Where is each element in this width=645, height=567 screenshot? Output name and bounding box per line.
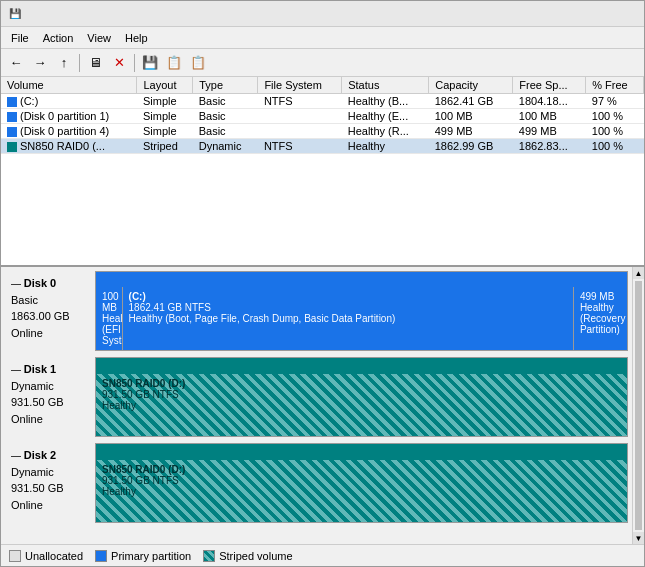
disk-header-1: [96, 358, 627, 374]
close-button[interactable]: [622, 6, 638, 22]
cell-free: 100 MB: [513, 109, 586, 124]
disk-body-1: SN850 RAID0 (D:) 931.50 GB NTFS Healthy: [96, 374, 627, 436]
cell-type: Dynamic: [193, 139, 258, 154]
cell-capacity: 499 MB: [429, 124, 513, 139]
cell-status: Healthy: [342, 139, 429, 154]
disk-row-0: — Disk 0 Basic 1863.00 GB Online 100 MB …: [5, 271, 628, 351]
back-button[interactable]: ←: [5, 52, 27, 74]
cell-type: Basic: [193, 94, 258, 109]
table-row[interactable]: (Disk 0 partition 4) Simple Basic Health…: [1, 124, 644, 139]
col-layout: Layout: [137, 77, 193, 94]
part-size: 1862.41 GB NTFS: [129, 302, 567, 313]
cell-capacity: 1862.41 GB: [429, 94, 513, 109]
cell-volume: (C:): [1, 94, 137, 109]
col-type: Type: [193, 77, 258, 94]
disk-row-2: — Disk 2 Dynamic 931.50 GB Online SN850 …: [5, 443, 628, 523]
cell-fs: NTFS: [258, 139, 342, 154]
scroll-down[interactable]: ▼: [633, 532, 644, 544]
window: 💾 File Action View Help ← → ↑ 🖥 ✕ 💾 📋 📋: [0, 0, 645, 567]
partition-2-0[interactable]: SN850 RAID0 (D:) 931.50 GB NTFS Healthy: [96, 460, 627, 522]
maximize-button[interactable]: [604, 6, 620, 22]
save-button[interactable]: 💾: [139, 52, 161, 74]
part-size: 931.50 GB NTFS: [102, 389, 621, 400]
part-status: Healthy: [102, 400, 621, 411]
cell-status: Healthy (E...: [342, 109, 429, 124]
part-name: SN850 RAID0 (D:): [102, 464, 621, 475]
up-button[interactable]: ↑: [53, 52, 75, 74]
computer-button[interactable]: 🖥: [84, 52, 106, 74]
toolbar: ← → ↑ 🖥 ✕ 💾 📋 📋: [1, 49, 644, 77]
menu-action[interactable]: Action: [37, 30, 80, 46]
scroll-thumb[interactable]: [635, 281, 642, 530]
delete-button[interactable]: ✕: [108, 52, 130, 74]
col-capacity: Capacity: [429, 77, 513, 94]
partition-0-1[interactable]: (C:) 1862.41 GB NTFS Healthy (Boot, Page…: [123, 287, 574, 350]
menu-help[interactable]: Help: [119, 30, 154, 46]
toolbar-separator-1: [79, 54, 80, 72]
copy-button[interactable]: 📋: [163, 52, 185, 74]
legend-primary-box: [95, 550, 107, 562]
title-controls: [586, 6, 638, 22]
cell-type: Basic: [193, 109, 258, 124]
legend-primary: Primary partition: [95, 550, 191, 562]
part-status: Healthy (Recovery Partition): [580, 302, 621, 335]
scrollbar[interactable]: ▲ ▼: [632, 267, 644, 544]
legend-striped-label: Striped volume: [219, 550, 292, 562]
part-size: 499 MB: [580, 291, 621, 302]
legend-unalloc: Unallocated: [9, 550, 83, 562]
scroll-up[interactable]: ▲: [633, 267, 644, 279]
cell-fs: NTFS: [258, 94, 342, 109]
disk-header-0: [96, 272, 627, 287]
col-pctfree: % Free: [586, 77, 644, 94]
cell-free: 499 MB: [513, 124, 586, 139]
table-row[interactable]: (Disk 0 partition 1) Simple Basic Health…: [1, 109, 644, 124]
partition-1-0[interactable]: SN850 RAID0 (D:) 931.50 GB NTFS Healthy: [96, 374, 627, 436]
disk-label-0: — Disk 0 Basic 1863.00 GB Online: [5, 271, 95, 351]
part-status: Healthy (Boot, Page File, Crash Dump, Ba…: [129, 313, 567, 324]
menu-bar: File Action View Help: [1, 27, 644, 49]
cell-pctfree: 100 %: [586, 124, 644, 139]
col-volume: Volume: [1, 77, 137, 94]
disk-row-1: — Disk 1 Dynamic 931.50 GB Online SN850 …: [5, 357, 628, 437]
disk-container-2: SN850 RAID0 (D:) 931.50 GB NTFS Healthy: [95, 443, 628, 523]
legend-unalloc-label: Unallocated: [25, 550, 83, 562]
menu-file[interactable]: File: [5, 30, 35, 46]
content-area: Volume Layout Type File System Status Ca…: [1, 77, 644, 566]
forward-button[interactable]: →: [29, 52, 51, 74]
cell-pctfree: 100 %: [586, 139, 644, 154]
title-bar: 💾: [1, 1, 644, 27]
partition-0-2[interactable]: 499 MB Healthy (Recovery Partition): [574, 287, 627, 350]
disk-header-2: [96, 444, 627, 460]
disk-container-0: 100 MB Healthy (EFI System) (C:) 1862.41…: [95, 271, 628, 351]
cell-volume: (Disk 0 partition 1): [1, 109, 137, 124]
part-name: SN850 RAID0 (D:): [102, 378, 621, 389]
cell-layout: Simple: [137, 94, 193, 109]
legend-bar: Unallocated Primary partition Striped vo…: [1, 544, 644, 566]
part-size: 931.50 GB NTFS: [102, 475, 621, 486]
table-row[interactable]: SN850 RAID0 (... Striped Dynamic NTFS He…: [1, 139, 644, 154]
part-size: 100 MB: [102, 291, 116, 313]
title-bar-left: 💾: [7, 6, 29, 22]
disk-container-1: SN850 RAID0 (D:) 931.50 GB NTFS Healthy: [95, 357, 628, 437]
legend-striped: Striped volume: [203, 550, 292, 562]
col-free: Free Sp...: [513, 77, 586, 94]
table-header-row: Volume Layout Type File System Status Ca…: [1, 77, 644, 94]
cell-free: 1804.18...: [513, 94, 586, 109]
cell-fs: [258, 109, 342, 124]
cell-status: Healthy (R...: [342, 124, 429, 139]
part-status: Healthy (EFI System): [102, 313, 116, 346]
legend-primary-label: Primary partition: [111, 550, 191, 562]
cell-volume: (Disk 0 partition 4): [1, 124, 137, 139]
menu-view[interactable]: View: [81, 30, 117, 46]
disk-section: — Disk 0 Basic 1863.00 GB Online 100 MB …: [1, 267, 632, 544]
paste-button[interactable]: 📋: [187, 52, 209, 74]
minimize-button[interactable]: [586, 6, 602, 22]
partition-0-0[interactable]: 100 MB Healthy (EFI System): [96, 287, 123, 350]
toolbar-separator-2: [134, 54, 135, 72]
cell-fs: [258, 124, 342, 139]
legend-unalloc-box: [9, 550, 21, 562]
disk-area: — Disk 0 Basic 1863.00 GB Online 100 MB …: [1, 267, 644, 544]
cell-status: Healthy (B...: [342, 94, 429, 109]
disk-label-2: — Disk 2 Dynamic 931.50 GB Online: [5, 443, 95, 523]
table-row[interactable]: (C:) Simple Basic NTFS Healthy (B... 186…: [1, 94, 644, 109]
